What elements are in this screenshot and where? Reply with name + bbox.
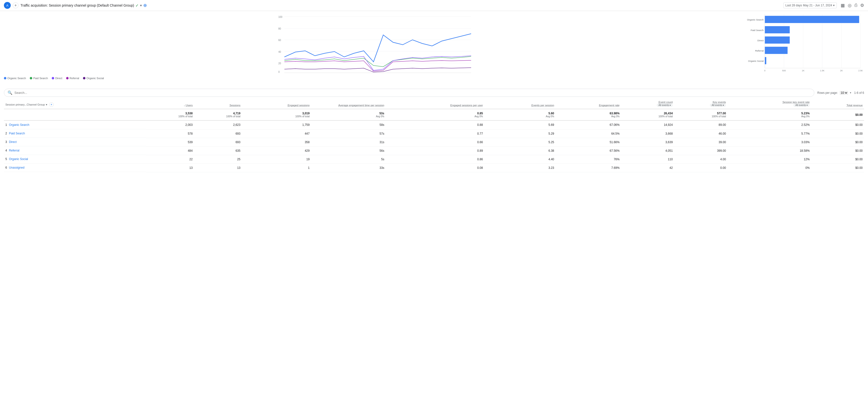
svg-text:Referral: Referral xyxy=(755,49,764,52)
event-count-cell: 110 xyxy=(621,155,674,164)
date-range-value: May 21 - Jun 17, 2024 xyxy=(803,4,832,7)
sessions-column-header[interactable]: Sessions xyxy=(194,99,242,109)
total-revenue-cell: $0.00 xyxy=(811,164,864,172)
chart-type-icon[interactable]: ▦ xyxy=(841,3,845,8)
total-revenue-cell: $0.00 xyxy=(811,146,864,155)
events-per-session-cell: 4.40 xyxy=(485,155,556,164)
engaged-per-user-cell: 0.08 xyxy=(386,164,485,172)
key-events-cell: 39.00 xyxy=(674,138,727,146)
channel-name[interactable]: Organic Search xyxy=(9,123,29,126)
legend-label-referral: Referral xyxy=(69,77,79,80)
session-key-event-rate-cell: 5.77% xyxy=(727,129,811,138)
legend-referral[interactable]: Referral xyxy=(66,77,79,80)
legend-dot-direct xyxy=(52,77,54,79)
key-events-filter[interactable]: All events ▾ xyxy=(710,104,726,107)
row-number: 1 xyxy=(5,123,7,126)
legend-direct[interactable]: Direct xyxy=(52,77,62,80)
rows-per-page-select[interactable]: 10 25 50 xyxy=(840,91,848,95)
svg-text:1K: 1K xyxy=(802,69,805,72)
engaged-per-user-cell: 0.66 xyxy=(386,138,485,146)
svg-rect-32 xyxy=(765,57,766,64)
svg-text:Direct: Direct xyxy=(757,39,764,42)
user-avatar[interactable]: A xyxy=(4,2,11,9)
svg-text:2.5K: 2.5K xyxy=(859,69,863,72)
legend-organic-social[interactable]: Organic Social xyxy=(83,77,104,80)
legend-dot-organic-search xyxy=(4,77,6,79)
svg-text:2K: 2K xyxy=(840,69,843,72)
add-dimension-button[interactable]: + xyxy=(49,103,54,107)
key-events-column-header[interactable]: Key events All events ▾ xyxy=(674,99,727,109)
table-row: 2 Paid Search 578 693 447 57s 0.77 5.29 … xyxy=(4,129,864,138)
svg-text:Paid Search: Paid Search xyxy=(751,29,764,31)
title-dropdown-icon[interactable]: ▾ xyxy=(140,3,142,7)
session-key-event-rate-cell: 18.58% xyxy=(727,146,811,155)
svg-text:40: 40 xyxy=(278,51,281,53)
svg-rect-30 xyxy=(765,47,787,54)
event-count-filter[interactable]: All events ▾ xyxy=(657,104,673,107)
header-icons: ▦ ◎ ⎙ ⚙ xyxy=(841,3,864,8)
row-num-cell: 1 Organic Search xyxy=(4,121,147,129)
legend-dot-paid-search xyxy=(30,77,32,79)
channel-name[interactable]: Unassigned xyxy=(9,166,24,169)
channel-name[interactable]: Referral xyxy=(9,149,20,152)
bar-chart: Organic Search Paid Search Direct Referr… xyxy=(747,13,864,77)
users-cell: 13 xyxy=(147,164,194,172)
svg-text:0: 0 xyxy=(764,69,766,72)
add-view-button[interactable]: + xyxy=(13,2,19,8)
date-range-picker[interactable]: Last 28 days May 21 - Jun 17, 2024 ▾ xyxy=(783,2,837,8)
row-num-cell: 5 Organic Social xyxy=(4,155,147,164)
legend-paid-search[interactable]: Paid Search xyxy=(30,77,48,80)
svg-text:0: 0 xyxy=(278,70,280,73)
users-cell: 539 xyxy=(147,138,194,146)
chart-legend: Organic Search Paid Search Direct Referr… xyxy=(4,75,743,81)
events-per-session-column-header[interactable]: Events per session xyxy=(485,99,556,109)
key-events-cell: 399.00 xyxy=(674,146,727,155)
engaged-sessions-column-header[interactable]: Engaged sessions xyxy=(242,99,311,109)
users-column-header[interactable]: ↓ Users xyxy=(147,99,194,109)
engaged-sessions-cell: 429 xyxy=(242,146,311,155)
table-row: 6 Unassigned 13 13 1 33s 0.08 3.23 7.69%… xyxy=(4,164,864,172)
engagement-rate-column-header[interactable]: Engagement rate xyxy=(556,99,621,109)
dimension-column-header[interactable]: Session primary...Channel Group ▾ + xyxy=(4,99,147,109)
engaged-per-user-column-header[interactable]: Engaged sessions per user xyxy=(386,99,485,109)
totals-engagement-rate: 63.98% Avg 0% xyxy=(556,109,621,120)
insights-icon[interactable]: ◎ xyxy=(848,3,851,8)
search-container[interactable]: 🔍 xyxy=(4,89,814,97)
engaged-per-user-cell: 0.88 xyxy=(386,120,485,129)
engagement-rate-cell: 51.66% xyxy=(556,138,621,146)
engaged-per-user-cell: 0.86 xyxy=(386,155,485,164)
channel-name[interactable]: Paid Search xyxy=(9,132,25,135)
event-count-column-header[interactable]: Event count All events ▾ xyxy=(621,99,674,109)
session-key-event-rate-column-header[interactable]: Session key event rate All events ▾ xyxy=(727,99,811,109)
users-cell: 578 xyxy=(147,129,194,138)
key-events-cell: 0.00 xyxy=(674,164,727,172)
total-revenue-column-header[interactable]: Total revenue xyxy=(811,99,864,109)
session-key-event-filter[interactable]: All events ▾ xyxy=(793,104,809,107)
avg-engagement-column-header[interactable]: Average engagement time per session xyxy=(311,99,386,109)
dimension-col-label: Session primary...Channel Group xyxy=(5,103,45,106)
verified-icon: ✓ xyxy=(135,3,138,8)
row-num-cell: 2 Paid Search xyxy=(4,129,147,138)
row-num-cell: 4 Referral xyxy=(4,146,147,155)
legend-label-direct: Direct xyxy=(55,77,62,80)
avg-engagement-cell: 56s xyxy=(311,146,386,155)
add-comparison-button[interactable]: ⊕ xyxy=(143,3,147,8)
channel-name[interactable]: Direct xyxy=(9,140,17,144)
engagement-rate-cell: 7.69% xyxy=(556,164,621,172)
pagination-info: 1-6 of 6 xyxy=(854,91,864,94)
session-key-event-rate-cell: 12% xyxy=(727,155,811,164)
dimension-filter-icon[interactable]: ▾ xyxy=(46,103,47,106)
page-header: A + Traffic acquisition: Session primary… xyxy=(0,0,868,11)
engagement-rate-cell: 67.56% xyxy=(556,146,621,155)
search-input[interactable] xyxy=(14,91,811,94)
key-events-cell: 46.00 xyxy=(674,129,727,138)
rows-per-page-label: Rows per page: xyxy=(817,91,838,94)
row-number: 2 xyxy=(5,132,7,135)
totals-session-key-rate: 5.23% Avg 0% xyxy=(727,109,811,120)
filter-dropdown-icon: ▾ xyxy=(670,104,671,107)
legend-organic-search[interactable]: Organic Search xyxy=(4,77,26,80)
share-icon[interactable]: ⎙ xyxy=(855,3,857,8)
channel-name[interactable]: Organic Social xyxy=(9,158,28,161)
events-per-session-cell: 5.29 xyxy=(485,129,556,138)
settings-icon[interactable]: ⚙ xyxy=(860,3,864,8)
